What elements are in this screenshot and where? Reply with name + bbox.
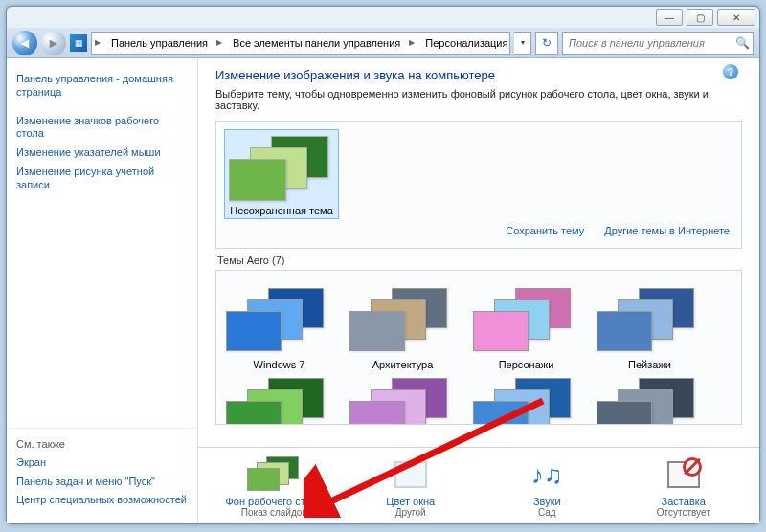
see-also-taskbar[interactable]: Панель задач и меню "Пуск" <box>16 473 188 492</box>
sidebar-home[interactable]: Панель управления - домашняя страница <box>16 70 188 102</box>
theme-label: Windows 7 <box>224 359 334 370</box>
label: Фон рабочего стола <box>216 496 331 507</box>
label: Звуки <box>489 496 604 507</box>
window-color-icon <box>394 461 427 488</box>
close-button[interactable]: ✕ <box>717 9 755 26</box>
sounds-icon: ♪♫ <box>489 455 604 494</box>
theme-characters[interactable]: Персонажи <box>471 286 581 370</box>
theme-row2-1[interactable] <box>348 376 458 424</box>
crumb-2[interactable]: Персонализация <box>417 33 510 54</box>
page-title: Изменение изображения и звука на компьют… <box>215 68 742 82</box>
label: Заставка <box>626 496 741 507</box>
window-color-button[interactable]: Цвет окна Другой <box>353 455 468 518</box>
theme-row2-3[interactable] <box>595 376 705 424</box>
screensaver-icon <box>667 461 700 488</box>
title-bar: — ▢ ✕ <box>7 7 759 28</box>
crumb-0[interactable]: Панель управления <box>103 33 214 54</box>
aero-themes-box: Windows 7 Архитектура Персонажи Пей <box>215 270 742 425</box>
see-also-ease-of-access[interactable]: Центр специальных возможностей <box>16 491 188 510</box>
sounds-button[interactable]: ♪♫ Звуки Сад <box>489 455 604 518</box>
sidebar-see-also: См. также Экран Панель задач и меню "Пус… <box>7 428 197 523</box>
theme-thumb-stack <box>229 134 334 201</box>
bottom-bar: Фон рабочего стола Показ слайдов Цвет ок… <box>198 447 759 523</box>
theme-label: Персонажи <box>471 359 581 370</box>
see-also-heading: См. также <box>16 438 188 450</box>
sublabel: Другой <box>353 507 468 518</box>
chevron-right-icon: ▶ <box>214 38 225 47</box>
window-frame: — ▢ ✕ ◄ ► ▦ ▶ Панель управления ▶ Все эл… <box>6 6 760 524</box>
body: Панель управления - домашняя страница Из… <box>7 58 759 523</box>
my-themes-box: Несохраненная тема Сохранить тему Другие… <box>215 121 742 249</box>
crumb-1[interactable]: Все элементы панели управления <box>225 33 406 54</box>
sublabel: Отсутствует <box>626 507 741 518</box>
save-theme-link[interactable]: Сохранить тему <box>506 225 584 236</box>
sidebar-desktop-icons[interactable]: Изменение значков рабочего стола <box>16 112 188 144</box>
search-box[interactable]: 🔍 <box>562 32 754 55</box>
search-icon[interactable]: 🔍 <box>732 36 753 50</box>
search-input[interactable] <box>563 37 732 49</box>
screensaver-button[interactable]: Заставка Отсутствует <box>626 455 741 518</box>
sublabel: Сад <box>489 507 604 518</box>
theme-label: Пейзажи <box>595 359 705 370</box>
theme-unsaved[interactable]: Несохраненная тема <box>224 129 339 219</box>
theme-architecture[interactable]: Архитектура <box>348 286 458 370</box>
chevron-right-icon: ▶ <box>92 38 103 47</box>
refresh-button[interactable]: ↻ <box>535 32 558 55</box>
maximize-button[interactable]: ▢ <box>687 9 713 26</box>
more-themes-link[interactable]: Другие темы в Интернете <box>604 225 730 236</box>
theme-row2-2[interactable] <box>471 376 581 424</box>
desktop-bg-icon <box>247 456 301 493</box>
see-also-display[interactable]: Экран <box>16 454 188 473</box>
desktop-background-button[interactable]: Фон рабочего стола Показ слайдов <box>216 455 331 518</box>
breadcrumb[interactable]: ▶ Панель управления ▶ Все элементы панел… <box>91 32 510 55</box>
sidebar: Панель управления - домашняя страница Из… <box>7 58 198 523</box>
theme-windows7[interactable]: Windows 7 <box>224 286 334 370</box>
theme-row2-0[interactable] <box>224 376 334 424</box>
theme-label: Архитектура <box>348 359 458 370</box>
control-panel-icon: ▦ <box>70 34 87 52</box>
back-button[interactable]: ◄ <box>12 31 37 55</box>
main-panel: ? Изменение изображения и звука на компь… <box>198 58 759 523</box>
theme-label: Несохраненная тема <box>227 205 336 216</box>
sublabel: Показ слайдов <box>216 507 331 518</box>
theme-links: Сохранить тему Другие темы в Интернете <box>224 219 733 240</box>
page-description: Выберите тему, чтобы одновременно измени… <box>215 88 742 111</box>
label: Цвет окна <box>353 496 468 507</box>
minimize-button[interactable]: — <box>656 9 683 26</box>
sidebar-mouse-pointers[interactable]: Изменение указателей мыши <box>16 144 188 163</box>
sidebar-account-picture[interactable]: Изменение рисунка учетной записи <box>16 163 188 195</box>
theme-landscapes[interactable]: Пейзажи <box>595 286 705 370</box>
content-scroll[interactable]: Изменение изображения и звука на компьют… <box>198 58 759 447</box>
chevron-right-icon: ▶ <box>406 38 417 47</box>
forward-button[interactable]: ► <box>41 31 66 55</box>
address-dropdown[interactable]: ▾ <box>514 32 531 55</box>
address-bar: ◄ ► ▦ ▶ Панель управления ▶ Все элементы… <box>7 28 759 58</box>
help-icon[interactable]: ? <box>723 64 738 79</box>
sidebar-top: Панель управления - домашняя страница Из… <box>7 58 197 206</box>
aero-themes-heading: Темы Aero (7) <box>217 255 742 266</box>
